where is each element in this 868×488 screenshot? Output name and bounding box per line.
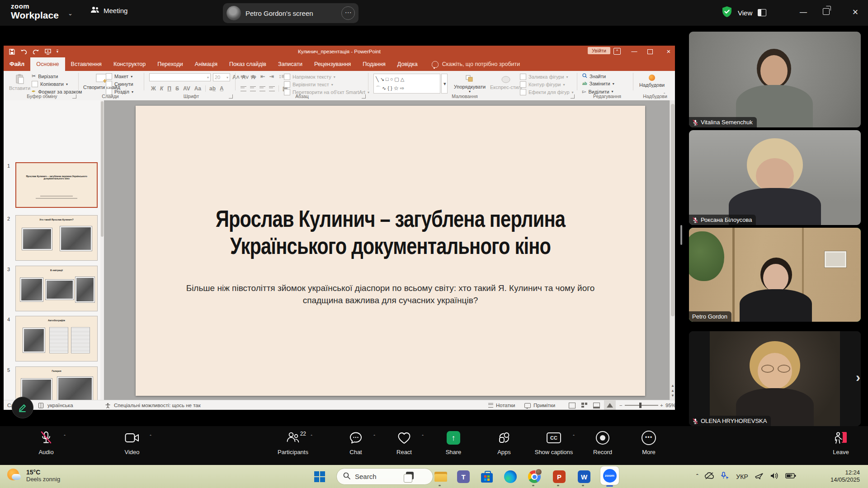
- chat-options-chevron[interactable]: ˆ: [373, 434, 375, 440]
- tab-slideshow[interactable]: Показ слайдів: [223, 57, 272, 71]
- speaker-icon[interactable]: [770, 472, 779, 482]
- tab-home[interactable]: Основне: [30, 57, 65, 71]
- text-direction-button[interactable]: Напрямок тексту ▾: [284, 74, 335, 80]
- slide-thumbnail-3[interactable]: 3 В еміграції: [15, 266, 98, 311]
- copy-button[interactable]: Копіювати ▾: [32, 81, 68, 87]
- grow-font-icon[interactable]: A˄: [232, 74, 240, 80]
- save-icon[interactable]: [9, 49, 15, 55]
- window-close-button[interactable]: ×: [848, 5, 863, 19]
- window-maximize-button[interactable]: [823, 8, 830, 15]
- tray-language-indicator[interactable]: УКР: [736, 473, 748, 480]
- shape-outline-button[interactable]: Контур фігури ▾: [520, 81, 565, 88]
- paste-button[interactable]: Вставити: [9, 74, 30, 91]
- chevron-down-icon[interactable]: ⌄: [68, 10, 73, 17]
- window-minimize-button[interactable]: —: [797, 5, 810, 19]
- align-left-icon[interactable]: [241, 86, 246, 91]
- align-right-icon[interactable]: [259, 86, 265, 91]
- participant-tile-olena[interactable]: OLENA HRYHOREVSKA: [689, 331, 861, 426]
- teams-button[interactable]: T: [456, 469, 471, 484]
- ribbon-display-options-icon[interactable]: ^: [613, 48, 621, 55]
- tell-me-assistant[interactable]: Скажіть, що потрібно зробити: [424, 57, 520, 71]
- apps-button[interactable]: Apps: [484, 430, 524, 461]
- chrome-button[interactable]: [527, 469, 542, 484]
- view-button[interactable]: View: [738, 9, 752, 17]
- tab-file[interactable]: Файл: [4, 57, 30, 71]
- slide-thumbnail-2[interactable]: 2 Хто такий Ярослав Кулинич?: [15, 215, 98, 261]
- tab-review[interactable]: Рецензування: [308, 57, 357, 71]
- participant-tile-petro-active[interactable]: Petro Gordon: [689, 228, 861, 322]
- font-size-combobox[interactable]: 20▾: [213, 73, 230, 81]
- zoom-in-button[interactable]: +: [660, 400, 663, 410]
- tab-transitions[interactable]: Переходи: [151, 57, 189, 71]
- participants-button[interactable]: 22 ˆ Participants: [273, 430, 313, 461]
- video-options-chevron[interactable]: ˆ: [150, 434, 151, 440]
- underline-button[interactable]: П: [167, 85, 171, 92]
- increase-indent-icon[interactable]: ⇥: [269, 73, 274, 80]
- zoom-out-button[interactable]: −: [619, 400, 623, 410]
- airplane-icon[interactable]: [755, 472, 764, 482]
- slide-thumbnail-1[interactable]: 1 Ярослав Кулинич – загублена перлина Ук…: [15, 162, 98, 208]
- replace-button[interactable]: abЗамінити ▾: [582, 81, 614, 86]
- audio-button[interactable]: ˆ Audio: [26, 430, 66, 461]
- taskbar-weather-widget[interactable]: 15°C Deels zonnig: [6, 468, 60, 483]
- decrease-indent-icon[interactable]: ⇤: [260, 73, 265, 80]
- canvas-scrollbar[interactable]: ▲▲▼: [670, 100, 675, 400]
- start-slideshow-icon[interactable]: [45, 49, 51, 55]
- undo-icon[interactable]: [20, 49, 27, 54]
- tab-help[interactable]: Довідка: [392, 57, 424, 71]
- char-spacing-button[interactable]: AV: [183, 85, 190, 92]
- numbering-icon[interactable]: ≕: [250, 73, 256, 80]
- shapes-gallery[interactable]: ╲ ↘ □ ○ ▢ △ ⌒ ∿ { } ☆ ⇨: [373, 74, 440, 94]
- file-explorer-button[interactable]: [433, 469, 448, 484]
- comments-button[interactable]: Примітки: [524, 400, 555, 410]
- bullets-icon[interactable]: ≔: [241, 73, 246, 80]
- participant-tile-vitalina[interactable]: Vitalina Semenchuk: [689, 32, 861, 127]
- find-button[interactable]: Знайти: [582, 73, 606, 79]
- word-button[interactable]: W: [576, 469, 592, 484]
- accessibility-status[interactable]: Спеціальні можливості: щось не так: [114, 400, 201, 410]
- paragraph-dialog-launcher[interactable]: [362, 94, 366, 99]
- justify-icon[interactable]: [269, 86, 275, 91]
- taskbar-clock[interactable]: 12:24 14/05/2025: [812, 469, 860, 483]
- align-center-icon[interactable]: [250, 86, 256, 91]
- slide-thumbnail-5[interactable]: 5 Галерея: [15, 366, 98, 400]
- more-options-icon[interactable]: ⋯: [341, 6, 355, 20]
- font-name-combobox[interactable]: ▾: [149, 73, 211, 81]
- notes-button[interactable]: Нотатки: [488, 400, 515, 410]
- more-button[interactable]: ••• More: [628, 430, 669, 461]
- cut-button[interactable]: ✂Вирізати: [32, 73, 58, 79]
- proofing-icon[interactable]: [38, 400, 44, 410]
- slide-sorter-view-button[interactable]: [581, 400, 587, 410]
- captions-options-chevron[interactable]: ˆ: [573, 434, 575, 440]
- tab-record[interactable]: Записати: [272, 57, 308, 71]
- strikethrough-button[interactable]: S: [175, 85, 179, 92]
- ppt-restore-button[interactable]: [647, 49, 653, 54]
- onedrive-paused-icon[interactable]: [704, 472, 714, 482]
- zoom-percentage[interactable]: 95%: [665, 400, 675, 410]
- font-dialog-launcher[interactable]: [229, 94, 233, 99]
- slide[interactable]: Ярослав Кулинич – загублена перлина Укра…: [136, 106, 645, 396]
- reset-button[interactable]: Скинути: [106, 81, 133, 87]
- powerpoint-button[interactable]: P: [552, 469, 567, 484]
- shared-screen-pill[interactable]: Petro Gordon's screen ⋯: [223, 3, 359, 23]
- addins-button[interactable]: Надбудови: [639, 75, 665, 88]
- collapse-ribbon-icon[interactable]: ˆ: [664, 93, 665, 98]
- taskbar-search-box[interactable]: Search: [336, 468, 433, 485]
- video-button[interactable]: ˆ Video: [112, 430, 152, 461]
- zoom-app-button-active[interactable]: zoom: [600, 466, 619, 485]
- tab-view[interactable]: Подання: [357, 57, 391, 71]
- ppt-minimize-button[interactable]: —: [629, 47, 639, 56]
- zoom-slider[interactable]: [625, 400, 658, 410]
- tray-expand-chevron[interactable]: ˆ: [696, 473, 698, 480]
- next-participants-arrow[interactable]: ›: [856, 370, 860, 385]
- record-button[interactable]: Record: [582, 430, 623, 461]
- mic-in-use-icon[interactable]: [721, 472, 730, 482]
- participants-options-chevron[interactable]: ˆ: [311, 434, 312, 440]
- annotate-pencil-button[interactable]: [12, 397, 33, 418]
- audio-options-chevron[interactable]: ˆ: [64, 434, 66, 440]
- sidebar-resize-handle[interactable]: [680, 225, 682, 245]
- reading-view-button[interactable]: [593, 400, 600, 410]
- quick-styles-button[interactable]: Експрес-стилі: [490, 75, 522, 90]
- bold-button[interactable]: Ж: [151, 85, 156, 92]
- battery-charging-icon[interactable]: [785, 473, 796, 481]
